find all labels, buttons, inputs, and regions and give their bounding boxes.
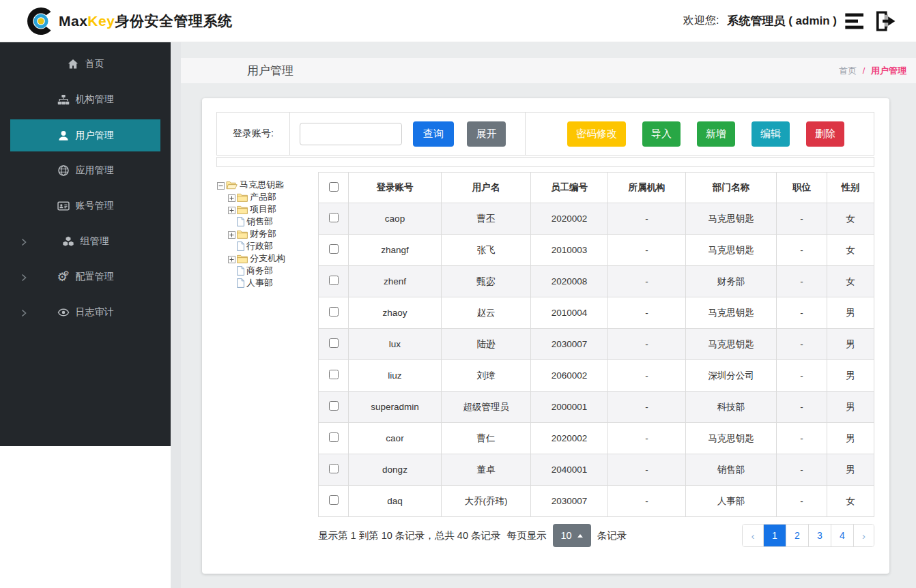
row-checkbox[interactable] xyxy=(329,244,339,254)
row-checkbox[interactable] xyxy=(329,401,339,411)
row-checkbox[interactable] xyxy=(329,213,339,222)
delete-button[interactable]: 删除 xyxy=(806,121,844,147)
row-checkbox-cell xyxy=(319,235,349,266)
column-header-login_account: 登录账号 xyxy=(349,173,442,203)
cell-employee_no: 2030007 xyxy=(531,329,608,360)
expand-button[interactable]: 展开 xyxy=(467,121,506,147)
tree-node-人事部[interactable]: 人事部 xyxy=(228,277,318,289)
pagination-next[interactable]: › xyxy=(853,525,874,546)
tree-node-root[interactable]: 马克思钥匙 xyxy=(217,179,318,191)
pagination-page-3[interactable]: 3 xyxy=(808,525,831,546)
sidebar-item-日志审计[interactable]: 日志审计 xyxy=(0,295,171,330)
pagination-prev[interactable]: ‹ xyxy=(743,525,763,546)
cell-organization: - xyxy=(608,360,686,392)
cell-organization: - xyxy=(608,266,686,297)
sidebar-item-机构管理[interactable]: 机构管理 xyxy=(0,82,171,117)
sidebar-item-label: 配置管理 xyxy=(76,271,114,283)
table-row[interactable]: caor曹仁2020002-马克思钥匙-男 xyxy=(319,423,874,454)
table-row[interactable]: zhaoy赵云2010004-马克思钥匙-男 xyxy=(319,297,874,329)
row-checkbox[interactable] xyxy=(329,495,339,505)
action-button-group: 密码修改导入新增编辑删除 xyxy=(567,121,874,147)
file-icon xyxy=(237,217,244,226)
cell-position: - xyxy=(777,235,827,266)
row-checkbox-cell xyxy=(319,486,349,517)
tree-node-产品部[interactable]: 产品部 xyxy=(228,191,318,203)
query-button[interactable]: 查询 xyxy=(413,121,454,147)
logout-icon[interactable] xyxy=(874,10,897,32)
tree-node-label: 马克思钥匙 xyxy=(240,179,284,191)
cell-username: 陆逊 xyxy=(442,329,531,360)
expander-plus-icon[interactable] xyxy=(228,194,235,201)
toolbar-divider xyxy=(525,113,526,155)
table-row[interactable]: zhenf甄宓2020008-财务部-女 xyxy=(319,266,874,297)
cell-employee_no: 2040001 xyxy=(531,454,608,486)
table-row[interactable]: daq大乔(乔玮)2030007-人事部-女 xyxy=(319,486,874,517)
tree-node-行政部[interactable]: 行政部 xyxy=(228,240,318,252)
pagination-page-1[interactable]: 1 xyxy=(763,525,786,546)
sidebar-item-应用管理[interactable]: 应用管理 xyxy=(0,153,171,188)
table-row[interactable]: lux陆逊2030007-马克思钥匙-男 xyxy=(319,329,874,360)
breadcrumb-home[interactable]: 首页 xyxy=(839,65,857,76)
cell-gender: 男 xyxy=(827,454,874,486)
login-account-input[interactable] xyxy=(300,123,402,145)
sidebar-item-用户管理[interactable]: 用户管理 xyxy=(10,119,160,151)
per-page-dropdown[interactable]: 10 xyxy=(553,524,591,547)
cell-department: 销售部 xyxy=(686,454,777,486)
expander-plus-icon[interactable] xyxy=(228,206,235,214)
hamburger-icon[interactable] xyxy=(844,10,867,32)
add-button[interactable]: 新增 xyxy=(697,121,735,147)
cell-position: - xyxy=(777,486,827,517)
sidebar-item-账号管理[interactable]: 账号管理 xyxy=(0,188,171,224)
expander-minus-icon[interactable] xyxy=(217,181,225,189)
table-row[interactable]: dongz董卓2040001-销售部-男 xyxy=(319,454,874,486)
cell-position: - xyxy=(777,392,827,423)
column-header-username: 用户名 xyxy=(442,173,531,203)
password-modify-button[interactable]: 密码修改 xyxy=(567,121,626,147)
pagination-page-4[interactable]: 4 xyxy=(831,525,853,546)
import-button[interactable]: 导入 xyxy=(642,121,681,147)
row-checkbox[interactable] xyxy=(329,338,339,348)
cell-login_account: daq xyxy=(349,486,442,517)
table-row[interactable]: superadmin超级管理员2000001-科技部-男 xyxy=(319,392,874,423)
edit-button[interactable]: 编辑 xyxy=(752,121,790,147)
sidebar-item-首页[interactable]: 首页 xyxy=(0,46,171,82)
table-row[interactable]: liuz刘璋2060002-深圳分公司-男 xyxy=(319,360,874,392)
app-title: MaxKey身份安全管理系统 xyxy=(59,12,232,31)
sidebar-item-配置管理[interactable]: ⚙⚙配置管理 xyxy=(0,259,171,295)
cell-organization: - xyxy=(608,392,686,423)
tree-node-销售部[interactable]: 销售部 xyxy=(228,216,318,228)
cell-department: 深圳分公司 xyxy=(686,360,777,392)
table-row[interactable]: caop曹丕2020002-马克思钥匙-女 xyxy=(319,203,874,235)
tree-node-商务部[interactable]: 商务部 xyxy=(228,265,318,277)
table-row[interactable]: zhangf张飞2010003-马克思钥匙-女 xyxy=(319,235,874,266)
organization-tree: 马克思钥匙产品部项目部销售部财务部行政部分支机构商务部人事部 xyxy=(216,172,318,547)
expander-plus-icon[interactable] xyxy=(228,255,235,263)
cell-employee_no: 2030007 xyxy=(531,486,608,517)
file-icon xyxy=(237,241,244,251)
row-checkbox[interactable] xyxy=(329,432,339,442)
cell-organization: - xyxy=(608,329,686,360)
sidebar-item-组管理[interactable]: 组管理 xyxy=(0,224,171,259)
cell-gender: 男 xyxy=(827,297,874,329)
sidebar-gap xyxy=(171,42,181,588)
expander-plus-icon[interactable] xyxy=(228,231,235,238)
breadcrumb-current: 用户管理 xyxy=(871,65,906,76)
cell-department: 马克思钥匙 xyxy=(686,297,777,329)
select-all-checkbox[interactable] xyxy=(329,182,339,192)
cell-username: 曹丕 xyxy=(442,203,531,235)
column-header-organization: 所属机构 xyxy=(608,173,686,203)
row-checkbox[interactable] xyxy=(329,307,339,317)
row-checkbox[interactable] xyxy=(329,464,339,473)
cell-position: - xyxy=(777,454,827,486)
tree-node-项目部[interactable]: 项目部 xyxy=(228,203,318,216)
per-page-suffix: 条记录 xyxy=(597,529,627,542)
row-checkbox[interactable] xyxy=(329,276,339,285)
table-column: 登录账号用户名员工编号所属机构部门名称职位性别 caop曹丕2020002-马克… xyxy=(318,172,874,547)
row-checkbox-cell xyxy=(319,423,349,454)
row-checkbox[interactable] xyxy=(329,370,339,379)
tree-node-财务部[interactable]: 财务部 xyxy=(228,228,318,240)
tree-node-分支机构[interactable]: 分支机构 xyxy=(228,252,318,265)
pagination-page-2[interactable]: 2 xyxy=(786,525,808,546)
header-checkbox-cell xyxy=(319,173,349,203)
cell-organization: - xyxy=(608,486,686,517)
